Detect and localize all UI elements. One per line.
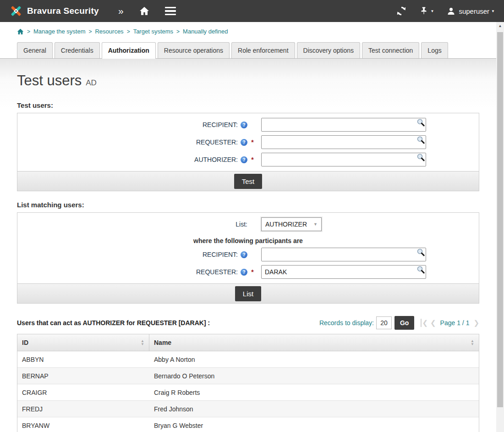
field-row-requester: REQUESTER: ? *: [17, 133, 479, 151]
tab-test-connection[interactable]: Test connection: [362, 42, 419, 58]
cell-name: Fred Johnson: [149, 405, 479, 413]
test-users-heading: Test users:: [17, 101, 479, 109]
required-marker: *: [247, 138, 257, 146]
list-type-select[interactable]: AUTHORIZER ▼: [261, 217, 322, 231]
hamburger-menu-icon[interactable]: [165, 7, 176, 16]
field-row-recipient: RECIPIENT: ?: [17, 116, 479, 133]
cell-name: Bryan G Webster: [149, 422, 479, 429]
home-button[interactable]: [139, 6, 149, 16]
list-button[interactable]: List: [235, 286, 261, 301]
breadcrumb-link-manually-defined[interactable]: Manually defined: [183, 28, 228, 35]
breadcrumb-link-target-systems[interactable]: Target systems: [133, 28, 173, 35]
breadcrumb: > Manage the system > Resources > Target…: [0, 22, 496, 35]
next-page-button[interactable]: ❯: [473, 319, 479, 327]
caret-down-icon: ▼: [430, 9, 434, 13]
breadcrumb-link-manage-the-system[interactable]: Manage the system: [33, 28, 85, 35]
go-button[interactable]: Go: [394, 316, 414, 330]
participants-text: where the following participants are: [17, 233, 479, 246]
list-matching-panel: List: AUTHORIZER ▼ where the following p…: [17, 212, 479, 304]
page-subtitle: AD: [86, 78, 97, 87]
previous-page-button[interactable]: ❮: [430, 319, 436, 327]
recipient-input[interactable]: [261, 118, 426, 132]
search-icon[interactable]: [416, 118, 425, 127]
tab-general[interactable]: General: [17, 42, 53, 58]
test-form-footer: Test: [17, 171, 479, 191]
tab-authorization[interactable]: Authorization: [102, 42, 156, 59]
bravura-logo-icon: [9, 4, 23, 18]
search-icon[interactable]: [416, 136, 425, 144]
requester-label: REQUESTER:: [196, 268, 238, 276]
field-row-authorizer: AUTHORIZER: ? *: [17, 151, 479, 168]
tab-bar: General Credentials Authorization Resour…: [0, 35, 496, 59]
scroll-up-button[interactable]: ▲: [496, 22, 504, 30]
authorizer-input[interactable]: [261, 153, 426, 166]
cell-id: CRAIGR: [17, 389, 149, 396]
page-indicator: Page 1 / 1: [440, 319, 470, 327]
topbar-right: ▼ superuser ▼: [396, 6, 495, 16]
cell-id: BRYANW: [17, 422, 149, 429]
caret-down-icon: ▼: [313, 222, 318, 227]
table-row: BERNAP Bernardo O Peterson: [17, 368, 479, 384]
column-header-name-label: Name: [154, 339, 171, 346]
collapse-menu-icon[interactable]: »: [118, 6, 124, 17]
sort-icon[interactable]: ▲ ▼: [141, 339, 144, 346]
search-icon[interactable]: [416, 248, 425, 257]
recipient-label: RECIPIENT:: [203, 251, 238, 258]
records-to-display-input[interactable]: [376, 316, 392, 329]
user-icon: [447, 7, 455, 16]
refresh-button[interactable]: [396, 6, 406, 16]
breadcrumb-separator: >: [88, 28, 92, 35]
help-icon[interactable]: ?: [241, 269, 247, 276]
breadcrumb-link-resources[interactable]: Resources: [95, 28, 123, 35]
breadcrumb-home-icon[interactable]: [17, 28, 24, 35]
sort-icon[interactable]: ▲ ▼: [471, 339, 474, 346]
table-header: ID ▲ ▼ Name ▲ ▼: [17, 334, 479, 351]
breadcrumb-separator: >: [127, 28, 130, 35]
user-menu-button[interactable]: superuser ▼: [447, 7, 495, 16]
tab-logs[interactable]: Logs: [421, 42, 448, 58]
first-page-button[interactable]: ❮: [421, 319, 428, 327]
tab-role-enforcement[interactable]: Role enforcement: [231, 42, 295, 58]
list-matching-heading: List matching users:: [17, 201, 479, 209]
tab-credentials[interactable]: Credentials: [55, 42, 100, 58]
cell-name: Craig R Roberts: [149, 389, 479, 396]
search-icon[interactable]: [416, 153, 425, 162]
results-bar: Users that can act as AUTHORIZER for REQ…: [17, 316, 479, 330]
search-icon[interactable]: [416, 266, 425, 274]
home-icon: [139, 6, 149, 16]
cell-id: FREDJ: [17, 405, 149, 413]
list-label: List:: [236, 221, 247, 228]
requester-input[interactable]: [261, 135, 426, 149]
column-header-name[interactable]: Name ▲ ▼: [149, 334, 479, 351]
help-icon[interactable]: ?: [241, 122, 247, 128]
test-button[interactable]: Test: [234, 174, 263, 189]
recipient-input[interactable]: [261, 248, 426, 261]
sort-down-icon: ▼: [471, 343, 474, 346]
pin-menu-button[interactable]: ▼: [419, 6, 434, 16]
table-row: BRYANW Bryan G Webster: [17, 417, 479, 432]
tab-resource-operations[interactable]: Resource operations: [158, 42, 230, 58]
cell-name: Abby A Norton: [149, 356, 479, 363]
help-icon[interactable]: ?: [241, 139, 247, 146]
page-title-text: Test users: [17, 72, 82, 89]
scrollbar[interactable]: ▲: [496, 22, 504, 432]
scrollbar-thumb[interactable]: [497, 32, 503, 407]
page-title: Test usersAD: [17, 59, 479, 89]
breadcrumb-separator: >: [176, 28, 180, 35]
pin-icon: [419, 6, 428, 16]
username: superuser: [459, 7, 489, 15]
table-row: ABBYN Abby A Norton: [17, 351, 479, 368]
cell-id: ABBYN: [17, 356, 149, 363]
help-icon[interactable]: ?: [241, 251, 247, 258]
table-row: FREDJ Fred Johnson: [17, 401, 479, 417]
results-table: ID ▲ ▼ Name ▲ ▼ ABB: [17, 334, 479, 432]
main-area: > Manage the system > Resources > Target…: [0, 22, 496, 432]
refresh-icon: [396, 6, 406, 16]
tab-discovery-options[interactable]: Discovery options: [297, 42, 361, 58]
field-row-list: List: AUTHORIZER ▼: [17, 216, 479, 233]
results-heading: Users that can act as AUTHORIZER for REQ…: [17, 319, 319, 327]
requester-input[interactable]: [261, 265, 426, 279]
help-icon[interactable]: ?: [241, 156, 247, 163]
column-header-id[interactable]: ID ▲ ▼: [17, 334, 149, 351]
field-row-requester: REQUESTER: ? *: [17, 263, 479, 281]
